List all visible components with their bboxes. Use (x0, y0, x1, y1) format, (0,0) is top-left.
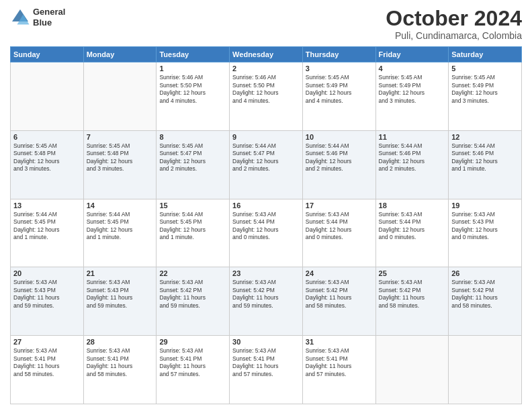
cell-info: Sunrise: 5:44 AM Sunset: 5:46 PM Dayligh… (379, 142, 446, 173)
logo-text: General Blue (33, 7, 65, 28)
calendar-cell: 12Sunrise: 5:44 AM Sunset: 5:46 PM Dayli… (449, 130, 522, 199)
day-number: 17 (306, 201, 373, 210)
day-number: 8 (159, 133, 226, 141)
calendar-week-row: 13Sunrise: 5:44 AM Sunset: 5:45 PM Dayli… (11, 199, 522, 267)
cell-info: Sunrise: 5:44 AM Sunset: 5:45 PM Dayligh… (87, 211, 154, 242)
day-number: 28 (87, 338, 154, 346)
cell-info: Sunrise: 5:45 AM Sunset: 5:48 PM Dayligh… (87, 142, 154, 173)
calendar-cell: 29Sunrise: 5:43 AM Sunset: 5:41 PM Dayli… (157, 336, 230, 404)
day-number: 25 (379, 269, 446, 277)
calendar-cell: 21Sunrise: 5:43 AM Sunset: 5:43 PM Dayli… (83, 267, 157, 336)
cell-info: Sunrise: 5:46 AM Sunset: 5:50 PM Dayligh… (159, 74, 226, 105)
month-title: October 2024 (386, 7, 522, 30)
cell-info: Sunrise: 5:43 AM Sunset: 5:41 PM Dayligh… (13, 347, 81, 378)
day-number: 12 (451, 133, 519, 141)
day-number: 1 (159, 64, 226, 73)
calendar-table: SundayMondayTuesdayWednesdayThursdayFrid… (10, 46, 522, 404)
cell-info: Sunrise: 5:45 AM Sunset: 5:49 PM Dayligh… (451, 74, 519, 105)
calendar-page: General Blue October 2024 Puli, Cundinam… (0, 0, 532, 411)
day-number: 20 (13, 269, 81, 277)
calendar-cell: 26Sunrise: 5:43 AM Sunset: 5:42 PM Dayli… (449, 267, 522, 336)
day-number: 19 (451, 201, 519, 210)
day-number: 9 (232, 133, 300, 141)
cell-info: Sunrise: 5:43 AM Sunset: 5:41 PM Dayligh… (306, 347, 373, 378)
calendar-week-row: 6Sunrise: 5:45 AM Sunset: 5:48 PM Daylig… (11, 130, 522, 199)
cell-info: Sunrise: 5:45 AM Sunset: 5:47 PM Dayligh… (159, 142, 226, 173)
cell-info: Sunrise: 5:43 AM Sunset: 5:43 PM Dayligh… (87, 279, 154, 310)
day-number: 7 (87, 133, 154, 141)
calendar-cell: 16Sunrise: 5:43 AM Sunset: 5:44 PM Dayli… (230, 199, 303, 267)
calendar-cell: 14Sunrise: 5:44 AM Sunset: 5:45 PM Dayli… (83, 199, 157, 267)
location: Puli, Cundinamarca, Colombia (386, 30, 522, 41)
calendar-week-row: 1Sunrise: 5:46 AM Sunset: 5:50 PM Daylig… (11, 62, 522, 131)
calendar-cell: 23Sunrise: 5:43 AM Sunset: 5:42 PM Dayli… (230, 267, 303, 336)
weekday-header-friday: Friday (375, 47, 449, 62)
day-number: 22 (159, 269, 226, 277)
cell-info: Sunrise: 5:44 AM Sunset: 5:46 PM Dayligh… (451, 142, 519, 173)
cell-info: Sunrise: 5:43 AM Sunset: 5:43 PM Dayligh… (451, 211, 519, 242)
logo: General Blue (10, 7, 65, 28)
day-number: 14 (87, 201, 154, 210)
cell-info: Sunrise: 5:45 AM Sunset: 5:49 PM Dayligh… (379, 74, 446, 105)
cell-info: Sunrise: 5:44 AM Sunset: 5:45 PM Dayligh… (159, 211, 226, 242)
calendar-cell: 10Sunrise: 5:44 AM Sunset: 5:46 PM Dayli… (302, 130, 375, 199)
day-number: 4 (379, 64, 446, 73)
weekday-header-tuesday: Tuesday (157, 47, 230, 62)
calendar-cell: 28Sunrise: 5:43 AM Sunset: 5:41 PM Dayli… (83, 336, 157, 404)
day-number: 3 (306, 64, 373, 73)
day-number: 30 (232, 338, 300, 346)
day-number: 15 (159, 201, 226, 210)
weekday-header-row: SundayMondayTuesdayWednesdayThursdayFrid… (11, 47, 522, 62)
cell-info: Sunrise: 5:45 AM Sunset: 5:49 PM Dayligh… (306, 74, 373, 105)
cell-info: Sunrise: 5:43 AM Sunset: 5:41 PM Dayligh… (159, 347, 226, 378)
day-number: 18 (379, 201, 446, 210)
cell-info: Sunrise: 5:46 AM Sunset: 5:50 PM Dayligh… (232, 74, 300, 105)
cell-info: Sunrise: 5:45 AM Sunset: 5:48 PM Dayligh… (13, 142, 81, 173)
weekday-header-sunday: Sunday (11, 47, 84, 62)
calendar-cell (83, 62, 157, 131)
day-number: 23 (232, 269, 300, 277)
day-number: 2 (232, 64, 300, 73)
day-number: 29 (159, 338, 226, 346)
calendar-week-row: 20Sunrise: 5:43 AM Sunset: 5:43 PM Dayli… (11, 267, 522, 336)
title-block: October 2024 Puli, Cundinamarca, Colombi… (386, 7, 522, 41)
day-number: 11 (379, 133, 446, 141)
calendar-cell: 15Sunrise: 5:44 AM Sunset: 5:45 PM Dayli… (157, 199, 230, 267)
calendar-cell: 5Sunrise: 5:45 AM Sunset: 5:49 PM Daylig… (449, 62, 522, 131)
cell-info: Sunrise: 5:43 AM Sunset: 5:42 PM Dayligh… (379, 279, 446, 310)
cell-info: Sunrise: 5:44 AM Sunset: 5:47 PM Dayligh… (232, 142, 300, 173)
weekday-header-wednesday: Wednesday (230, 47, 303, 62)
day-number: 21 (87, 269, 154, 277)
day-number: 26 (451, 269, 519, 277)
cell-info: Sunrise: 5:43 AM Sunset: 5:41 PM Dayligh… (87, 347, 154, 378)
calendar-cell: 4Sunrise: 5:45 AM Sunset: 5:49 PM Daylig… (375, 62, 449, 131)
calendar-cell: 31Sunrise: 5:43 AM Sunset: 5:41 PM Dayli… (302, 336, 375, 404)
calendar-cell: 8Sunrise: 5:45 AM Sunset: 5:47 PM Daylig… (157, 130, 230, 199)
calendar-cell: 6Sunrise: 5:45 AM Sunset: 5:48 PM Daylig… (11, 130, 84, 199)
logo-icon (10, 7, 30, 28)
day-number: 13 (13, 201, 81, 210)
weekday-header-saturday: Saturday (449, 47, 522, 62)
cell-info: Sunrise: 5:43 AM Sunset: 5:44 PM Dayligh… (379, 211, 446, 242)
weekday-header-monday: Monday (83, 47, 157, 62)
calendar-week-row: 27Sunrise: 5:43 AM Sunset: 5:41 PM Dayli… (11, 336, 522, 404)
calendar-cell: 24Sunrise: 5:43 AM Sunset: 5:42 PM Dayli… (302, 267, 375, 336)
calendar-cell: 7Sunrise: 5:45 AM Sunset: 5:48 PM Daylig… (83, 130, 157, 199)
day-number: 6 (13, 133, 81, 141)
calendar-cell: 20Sunrise: 5:43 AM Sunset: 5:43 PM Dayli… (11, 267, 84, 336)
calendar-cell: 27Sunrise: 5:43 AM Sunset: 5:41 PM Dayli… (11, 336, 84, 404)
calendar-cell: 13Sunrise: 5:44 AM Sunset: 5:45 PM Dayli… (11, 199, 84, 267)
calendar-cell (11, 62, 84, 131)
header: General Blue October 2024 Puli, Cundinam… (10, 7, 522, 41)
calendar-cell: 18Sunrise: 5:43 AM Sunset: 5:44 PM Dayli… (375, 199, 449, 267)
day-number: 10 (306, 133, 373, 141)
day-number: 5 (451, 64, 519, 73)
calendar-cell: 30Sunrise: 5:43 AM Sunset: 5:41 PM Dayli… (230, 336, 303, 404)
calendar-cell: 19Sunrise: 5:43 AM Sunset: 5:43 PM Dayli… (449, 199, 522, 267)
cell-info: Sunrise: 5:44 AM Sunset: 5:46 PM Dayligh… (306, 142, 373, 173)
cell-info: Sunrise: 5:44 AM Sunset: 5:45 PM Dayligh… (13, 211, 81, 242)
weekday-header-thursday: Thursday (302, 47, 375, 62)
calendar-cell: 22Sunrise: 5:43 AM Sunset: 5:42 PM Dayli… (157, 267, 230, 336)
calendar-cell: 1Sunrise: 5:46 AM Sunset: 5:50 PM Daylig… (157, 62, 230, 131)
calendar-cell: 2Sunrise: 5:46 AM Sunset: 5:50 PM Daylig… (230, 62, 303, 131)
